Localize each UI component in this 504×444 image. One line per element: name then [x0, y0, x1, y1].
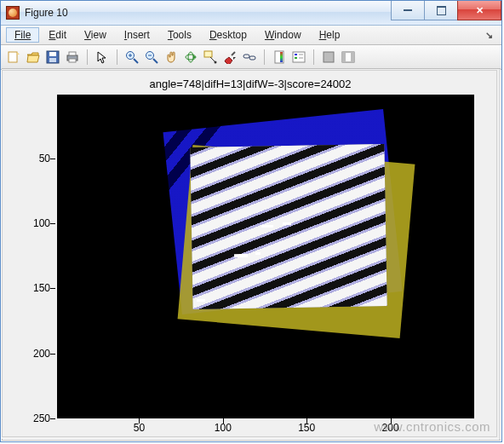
zoom-out-icon[interactable] — [144, 49, 159, 65]
y-tick-label: 100 — [33, 217, 50, 229]
menu-view[interactable]: View — [76, 27, 115, 43]
menu-insert[interactable]: Insert — [116, 27, 158, 43]
window-controls — [392, 1, 501, 21]
x-tick-label: 100 — [215, 422, 232, 434]
artifact — [234, 254, 248, 257]
y-tick-label: 250 — [33, 412, 50, 424]
svg-marker-1 — [17, 52, 20, 55]
dock-controls-icon[interactable]: ↘ — [482, 30, 496, 41]
y-tick — [50, 288, 55, 289]
y-tick — [50, 159, 55, 159]
menu-edit[interactable]: Edit — [40, 27, 75, 43]
svg-rect-24 — [249, 56, 255, 60]
window-title: Figure 10 — [25, 7, 68, 19]
svg-rect-6 — [69, 52, 76, 55]
show-plot-tools-icon[interactable] — [341, 49, 356, 65]
pan-icon[interactable] — [163, 49, 179, 65]
axes-image — [57, 95, 474, 418]
artifact — [261, 225, 273, 228]
menu-file[interactable]: File — [6, 27, 39, 43]
new-figure-icon[interactable] — [6, 49, 21, 65]
svg-rect-7 — [69, 59, 76, 62]
svg-rect-23 — [243, 55, 249, 58]
title-bar[interactable]: Figure 10 — [1, 1, 501, 26]
y-tick — [50, 354, 55, 355]
matlab-icon — [6, 6, 20, 20]
artifact — [255, 252, 261, 255]
svg-rect-32 — [324, 52, 334, 62]
menu-window[interactable]: Window — [256, 27, 310, 43]
save-icon[interactable] — [45, 49, 60, 65]
toolbar — [1, 45, 501, 70]
zoom-in-icon[interactable] — [124, 49, 140, 65]
axes-title: angle=748|difH=13|difW=-3|score=24002 — [2, 78, 499, 90]
close-button[interactable] — [457, 1, 501, 20]
svg-line-21 — [232, 52, 235, 55]
brush-icon[interactable] — [222, 49, 238, 65]
artifact — [283, 222, 291, 225]
separator — [87, 49, 88, 65]
open-icon[interactable] — [26, 49, 41, 65]
x-tick-label: 150 — [298, 422, 315, 434]
svg-line-13 — [153, 59, 158, 63]
svg-marker-22 — [233, 57, 236, 60]
data-cursor-icon[interactable] — [203, 49, 218, 65]
y-tick — [50, 223, 55, 224]
svg-rect-3 — [49, 52, 56, 56]
colorbar-icon[interactable] — [272, 49, 287, 65]
separator — [264, 49, 265, 65]
menu-bar: File Edit View Insert Tools Desktop Wind… — [1, 26, 501, 45]
menu-items: File Edit View Insert Tools Desktop Wind… — [6, 27, 348, 43]
menu-tools[interactable]: Tools — [159, 27, 200, 43]
link-plot-icon[interactable] — [242, 49, 257, 65]
maximize-button[interactable] — [424, 1, 458, 20]
svg-rect-35 — [351, 52, 354, 62]
print-icon[interactable] — [65, 49, 80, 65]
rotate-3d-icon[interactable] — [183, 49, 198, 65]
x-tick-label: 50 — [134, 422, 145, 434]
svg-point-20 — [215, 61, 217, 64]
scroll-gutter — [499, 69, 501, 440]
artifact — [197, 299, 205, 302]
y-tick-label: 200 — [33, 348, 50, 360]
hide-plot-tools-icon[interactable] — [321, 49, 336, 65]
y-tick — [50, 418, 55, 419]
separator — [117, 49, 117, 65]
pointer-icon[interactable] — [94, 49, 110, 65]
legend-icon[interactable] — [291, 49, 306, 65]
axes[interactable]: 5010015020025050100150200 — [57, 95, 474, 418]
menu-desktop[interactable]: Desktop — [201, 27, 255, 43]
svg-rect-26 — [280, 52, 283, 62]
svg-rect-0 — [9, 52, 17, 62]
matlab-figure-window: Figure 10 File Edit View Insert Tools De… — [0, 0, 502, 442]
menu-help[interactable]: Help — [311, 27, 349, 43]
overlap-fringe-overlay — [190, 144, 387, 309]
svg-line-9 — [134, 59, 138, 63]
y-tick-label: 150 — [33, 282, 50, 294]
figure-canvas[interactable]: angle=748|difH=13|difW=-3|score=24002 — [2, 69, 499, 439]
svg-rect-34 — [342, 52, 346, 62]
svg-point-16 — [188, 52, 193, 62]
minimize-button[interactable] — [391, 1, 425, 20]
svg-rect-4 — [49, 58, 56, 62]
watermark-text: www.cntronics.com — [374, 419, 490, 434]
separator — [313, 49, 314, 65]
svg-rect-18 — [204, 51, 212, 57]
y-tick-label: 50 — [39, 153, 50, 164]
